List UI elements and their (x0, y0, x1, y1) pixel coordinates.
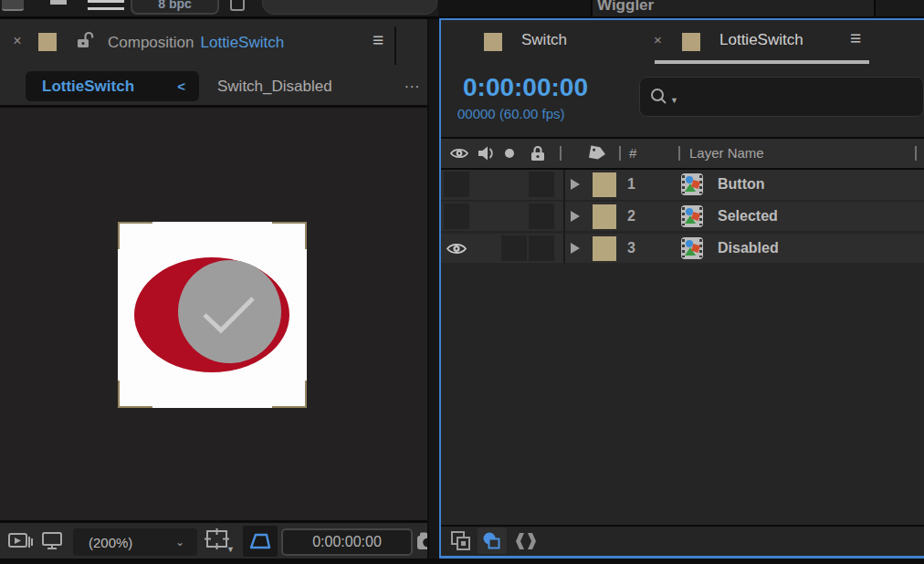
timeline-footer (441, 527, 924, 556)
cropped-search-field[interactable] (262, 0, 437, 15)
layer-name-column-header[interactable]: Layer Name (689, 139, 764, 168)
lock-column-icon[interactable] (530, 144, 546, 162)
top-strip: 8 bpc Wiggler (0, 0, 924, 19)
panel-menu-icon[interactable]: ≡ (850, 26, 861, 51)
cropped-icon (2, 0, 24, 11)
magnification-dropdown[interactable]: (200%) ⌄ (73, 528, 197, 556)
layer-number: 1 (627, 170, 635, 199)
wiggler-panel-tab[interactable]: Wiggler (593, 0, 874, 16)
precomp-icon (681, 237, 703, 259)
layer-search-input[interactable]: ▼ (639, 77, 924, 117)
chevron-left-icon[interactable]: < (177, 78, 185, 94)
frame-info: 00000 (60.00 fps) (457, 106, 565, 121)
selection-handle[interactable] (272, 222, 307, 224)
selection-handle[interactable] (272, 406, 307, 408)
video-toggle[interactable] (444, 172, 469, 197)
solo-toggle[interactable] (501, 235, 527, 261)
selection-handle[interactable] (118, 406, 152, 408)
search-icon (649, 87, 671, 109)
close-tab-icon[interactable]: × (654, 27, 662, 53)
cropped-icon (230, 0, 245, 11)
layer-label-swatch[interactable] (593, 172, 616, 197)
column-separator (915, 146, 917, 161)
tab-switch-disabled[interactable]: Switch_Disabled (217, 71, 332, 101)
expand-layer-icon[interactable] (571, 211, 580, 222)
current-timecode[interactable]: 0:00:00:00 (463, 73, 588, 102)
caret-down-icon: ▼ (670, 96, 678, 105)
layer-name[interactable]: Selected (718, 202, 778, 231)
checkmark-shape (196, 293, 257, 337)
video-visible-eye-icon[interactable] (446, 241, 467, 256)
composition-canvas[interactable] (118, 222, 307, 408)
close-panel-icon[interactable]: × (9, 31, 26, 51)
layer-label-swatch[interactable] (593, 204, 616, 229)
layer-name[interactable]: Disabled (718, 234, 779, 263)
column-separator (678, 146, 680, 161)
cropped-icon (50, 0, 67, 5)
layer-name[interactable]: Button (718, 170, 765, 199)
video-column-eye-icon[interactable] (450, 146, 468, 161)
panel-title-label: Composition (108, 34, 194, 51)
selection-handle[interactable] (305, 222, 307, 249)
panel-gap (438, 0, 593, 16)
lock-toggle[interactable] (529, 204, 554, 229)
tab-color-swatch (682, 33, 700, 51)
precomp-icon (681, 205, 703, 227)
column-divider (563, 170, 565, 264)
composition-panel: × CompositionLottieSwitch ≡ LottieSwitch… (0, 19, 429, 559)
layer-row-disabled[interactable]: 3 Disabled (441, 234, 924, 263)
layer-switches-pane-icon[interactable] (450, 530, 474, 552)
panel-fragment (874, 0, 924, 16)
selection-handle[interactable] (118, 381, 120, 408)
lock-toggle[interactable] (529, 235, 554, 261)
transfer-controls-pane-toggle[interactable] (478, 527, 507, 554)
number-column-header[interactable]: # (629, 139, 636, 168)
panel-color-swatch (38, 33, 57, 51)
active-tab-underline (655, 60, 869, 64)
tab-lottieswitch[interactable]: LottieSwitch (719, 27, 803, 53)
wiggler-tab-label: Wiggler (597, 0, 654, 15)
expand-layer-icon[interactable] (571, 243, 580, 254)
panel-menu-icon[interactable]: ≡ (373, 27, 383, 53)
tab-lottieswitch[interactable]: LottieSwitch < (26, 71, 199, 101)
label-column-tag-icon[interactable] (587, 143, 609, 163)
layer-columns-header: # Layer Name (441, 139, 924, 168)
panel-title-value: LottieSwitch (201, 34, 285, 51)
selection-handle[interactable] (118, 222, 152, 224)
layer-row-button[interactable]: 1 Button (441, 170, 924, 200)
tab-color-swatch (484, 33, 502, 51)
solo-column-icon[interactable] (505, 149, 514, 158)
primary-viewer-icon[interactable] (40, 530, 66, 556)
panel-splitter[interactable] (429, 19, 439, 559)
column-separator (619, 146, 621, 161)
after-effects-window: 8 bpc Wiggler × CompositionLottieSwitch … (0, 0, 924, 564)
tab-label: LottieSwitch (42, 78, 134, 96)
in-out-duration-pane-icon[interactable] (514, 530, 538, 552)
composition-viewer[interactable] (0, 108, 429, 520)
transfer-controls-icon (480, 530, 504, 552)
always-preview-icon[interactable] (7, 530, 35, 556)
window-bottom-edge (0, 559, 924, 564)
unlock-icon[interactable] (77, 31, 95, 53)
tab-switch[interactable]: Switch (521, 27, 567, 53)
lock-toggle[interactable] (529, 172, 554, 197)
layer-row-selected[interactable]: 2 Selected (441, 202, 924, 231)
mask-path-visibility-toggle[interactable] (243, 526, 278, 557)
layer-label-swatch[interactable] (593, 236, 616, 261)
expand-layer-icon[interactable] (571, 179, 580, 190)
bpc-button[interactable]: 8 bpc (131, 0, 219, 15)
chevron-down-icon: ⌄ (175, 536, 184, 548)
layer-number: 2 (627, 202, 635, 231)
divider (394, 26, 396, 65)
selection-handle[interactable] (118, 222, 120, 249)
video-toggle[interactable] (444, 204, 469, 229)
current-time-field[interactable]: 0:00:00:00 (281, 528, 413, 556)
timeline-panel: Switch × LottieSwitch ≡ 0:00:00:00 00000… (439, 18, 924, 559)
cropped-icon (88, 0, 124, 10)
tab-overflow-icon[interactable]: ... (404, 68, 420, 98)
caret-down-icon: ▼ (226, 545, 235, 554)
viewer-toolbar: (200%) ⌄ ▼ 0:00:00:00 (0, 520, 429, 559)
audio-column-speaker-icon[interactable] (478, 145, 496, 162)
snapshot-camera-icon[interactable] (416, 531, 429, 555)
selection-handle[interactable] (305, 381, 307, 408)
